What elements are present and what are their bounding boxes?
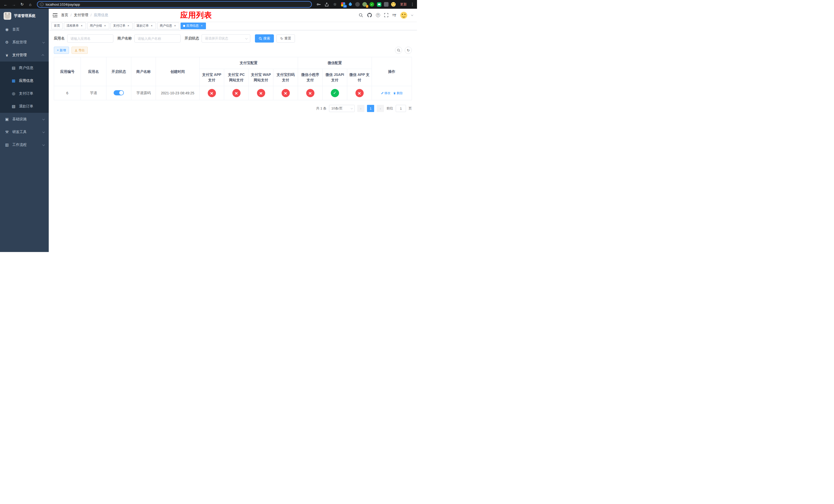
extension-dark-icon[interactable] (355, 2, 360, 7)
chevron-down-icon (42, 41, 45, 43)
sidebar-item-refund-order[interactable]: ▧ 退款订单 (0, 100, 49, 113)
browser-menu-icon[interactable]: ⋮ (410, 2, 415, 7)
sidebar-item-merchant-info[interactable]: ▤ 商户信息 (0, 62, 49, 74)
infra-icon: ▣ (5, 117, 9, 121)
reset-button[interactable]: ↻ 重置 (277, 35, 295, 43)
browser-home-icon[interactable]: ⌂ (27, 1, 34, 8)
address-bar[interactable]: i localhost:1024/pay/app (37, 1, 312, 8)
sidebar-item-infrastructure[interactable]: ▣ 基础设施 (0, 113, 49, 125)
user-avatar[interactable] (400, 12, 407, 19)
filter-form: 应用名 商户名称 开启状态 请选择开启状态 搜索 ↻ 重置 (54, 35, 412, 43)
tab-label: 首页 (54, 24, 60, 28)
status-select[interactable]: 请选择开启状态 (202, 35, 250, 43)
tab-close-icon[interactable] (150, 24, 153, 27)
chevron-up-icon (42, 54, 44, 56)
status-label: 开启状态 (185, 36, 199, 41)
extension-avatar-icon[interactable]: 1 (362, 2, 367, 7)
browser-back-icon[interactable]: ← (2, 1, 9, 8)
cell-app-id: 6 (54, 86, 81, 100)
extension-drop-icon[interactable] (348, 2, 353, 7)
app-name-input[interactable] (67, 35, 113, 43)
app-table: 应用编号 应用名 开启状态 商户名称 创建时间 支付宝配置 微信配置 操作 支付… (54, 57, 412, 100)
site-info-icon[interactable]: i (40, 3, 44, 6)
config-status-icon (282, 89, 290, 97)
cell-merchant: 芋道源码 (131, 86, 156, 100)
sidebar-item-label: 支付管理 (12, 53, 27, 58)
sidebar-item-label: 基础设施 (12, 117, 27, 121)
tab-close-icon[interactable] (173, 24, 177, 27)
next-page-button[interactable]: › (377, 105, 384, 112)
export-button[interactable]: 导出 (71, 47, 88, 54)
tab-refund-order[interactable]: 退款订单 (134, 23, 156, 29)
share-icon[interactable] (323, 1, 330, 8)
password-key-icon[interactable] (315, 1, 322, 8)
search-button-label: 搜索 (263, 36, 270, 41)
github-icon[interactable] (367, 13, 372, 18)
col-alipay-pc: 支付宝 PC 网站支付 (224, 69, 249, 86)
extension-grid-icon[interactable]: 10 (341, 2, 346, 7)
page-number-button[interactable]: 1 (367, 105, 374, 112)
page-size-select[interactable]: 10条/页 (329, 105, 355, 112)
chevron-down-icon (245, 37, 248, 40)
plus-icon: + (57, 48, 59, 52)
sidebar-item-system[interactable]: ⚙ 系统管理 (0, 36, 49, 49)
status-toggle[interactable] (114, 90, 124, 95)
sidebar-item-app-info[interactable]: ▦ 应用信息 (0, 74, 49, 87)
merchant-name-input[interactable] (134, 35, 180, 43)
logo-avatar (4, 12, 11, 20)
collapse-sidebar-icon[interactable] (53, 13, 58, 17)
refresh-table-icon[interactable]: ↻ (405, 47, 412, 54)
tab-app-info[interactable]: 应用信息 (180, 23, 206, 29)
goto-page-input[interactable] (396, 105, 406, 112)
tab-user-group[interactable]: 用户分组 (87, 23, 109, 29)
extension-chat-icon[interactable] (376, 2, 381, 7)
tags-view-bar: 首页 流程表单 用户分组 支付订单 退款订单 商户信息 (49, 22, 417, 30)
add-button[interactable]: + 新增 (54, 47, 69, 54)
chevron-down-icon (42, 131, 45, 133)
prev-page-button[interactable]: ‹ (357, 105, 365, 112)
sidebar-item-home[interactable]: ◉ 首页 (0, 23, 49, 36)
fullscreen-icon[interactable] (384, 13, 388, 17)
col-app-name: 应用名 (81, 57, 106, 86)
sidebar-item-workflow[interactable]: ▥ 工作流程 (0, 138, 49, 151)
extension-puzzle-icon[interactable] (384, 2, 389, 7)
tab-label: 支付订单 (113, 24, 126, 28)
help-icon[interactable]: ? (376, 13, 380, 17)
tab-close-icon[interactable] (80, 24, 83, 27)
top-navbar: 首页 / 支付管理 / 应用信息 应用列表 ? TT (49, 9, 417, 22)
add-button-label: 新增 (60, 48, 66, 52)
breadcrumb-payment[interactable]: 支付管理 (74, 13, 88, 18)
search-icon[interactable] (359, 13, 363, 18)
search-button[interactable]: 搜索 (255, 35, 274, 43)
sidebar-item-label: 支付订单 (19, 91, 33, 96)
sidebar-logo[interactable]: 芋道管理系统 (0, 9, 49, 23)
tab-close-icon[interactable] (103, 24, 107, 27)
extension-check-icon[interactable]: ✓ (369, 2, 374, 7)
breadcrumb-home[interactable]: 首页 (61, 13, 68, 18)
url-text: localhost:1024/pay/app (46, 3, 80, 6)
extension-emoji-icon[interactable] (391, 2, 396, 7)
tab-close-icon[interactable] (200, 24, 203, 27)
delete-button[interactable]: 删除 (393, 91, 403, 95)
col-alipay-wap: 支付宝 WAP 网站支付 (249, 69, 273, 86)
tab-process-form[interactable]: 流程表单 (64, 23, 86, 29)
tab-close-icon[interactable] (127, 24, 130, 27)
tab-home[interactable]: 首页 (51, 23, 63, 29)
sidebar-item-payment[interactable]: ¥ 支付管理 (0, 49, 49, 62)
browser-refresh-icon[interactable]: ↻ (19, 1, 26, 8)
col-group-alipay: 支付宝配置 (199, 57, 298, 69)
sidebar: 芋道管理系统 ◉ 首页 ⚙ 系统管理 ¥ 支付管理 ▤ 商户信息 (0, 9, 49, 252)
tab-merchant-info[interactable]: 商户信息 (157, 23, 179, 29)
browser-forward-icon[interactable]: → (10, 1, 18, 8)
browser-update-button[interactable]: 更新 (398, 1, 409, 7)
sidebar-item-pay-order[interactable]: ◎ 支付订单 (0, 87, 49, 100)
bookmark-star-icon[interactable]: ☆ (331, 1, 338, 8)
sidebar-item-devtools[interactable]: ⚒ 研发工具 (0, 125, 49, 138)
edit-button[interactable]: 修改 (381, 91, 391, 95)
font-size-icon[interactable]: TT (392, 13, 396, 18)
col-actions: 操作 (372, 57, 412, 86)
avatar-caret-icon[interactable] (411, 14, 413, 16)
tab-pay-order[interactable]: 支付订单 (111, 23, 133, 29)
toggle-search-icon[interactable] (395, 47, 402, 54)
goto-suffix: 页 (409, 106, 412, 111)
